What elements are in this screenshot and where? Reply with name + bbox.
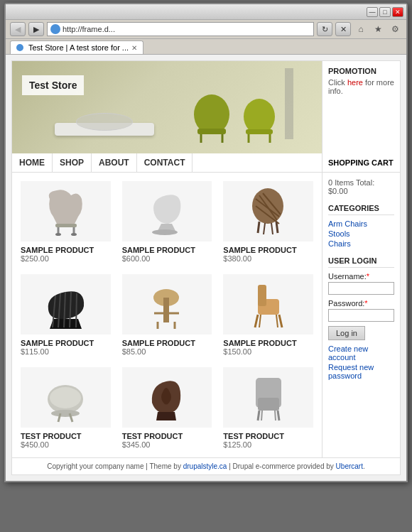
stop-icon: ✕ [340,25,347,34]
request-password-link[interactable]: Request new password [328,363,394,380]
svg-line-20 [276,222,278,233]
forward-button[interactable]: ▶ [28,22,44,36]
address-input[interactable]: http://frame.d... [47,22,314,36]
footer-link-drupalstyle[interactable]: drupalstyle.ca [183,462,227,470]
product-item: SAMPLE PRODUCT $380.00 [223,181,313,263]
username-input[interactable] [328,282,394,295]
chair-image-9 [245,371,291,424]
maximize-button[interactable]: □ [379,7,391,17]
product-name-4: SAMPLE PRODUCT [21,339,111,347]
footer-text-2: | Drupal e-commerce provided by [227,462,335,470]
product-name-7: TEST PRODUCT [21,432,111,440]
svg-point-0 [194,94,229,134]
home-icon: ⌂ [358,24,363,34]
shopping-cart-nav[interactable]: SHOPPING CART [322,153,400,172]
product-name-3: SAMPLE PRODUCT [223,246,313,254]
url-display: http://frame.d... [63,25,115,33]
promo-text-before: Click [328,78,347,87]
product-image-2[interactable] [122,181,212,241]
svg-point-4 [244,99,275,134]
site-content: Test Store PROMOTION Click here for more… [6,55,406,481]
chair-image-8 [143,371,190,424]
password-label: Password:* [328,299,394,308]
fire-decoration [76,113,133,131]
tab-bar: Test Store | A test store for ... ✕ [6,39,406,55]
username-required: * [367,272,369,281]
footer-text-1: Copyright your company name | Theme by [47,462,183,470]
product-image-3[interactable] [223,181,313,241]
close-button[interactable]: ✕ [392,7,403,17]
nav-item-shop[interactable]: SHOP [53,153,92,172]
back-button[interactable]: ◀ [10,22,26,36]
product-image-4[interactable] [21,274,111,335]
nav-item-home[interactable]: HOME [12,153,53,172]
home-button[interactable]: ⌂ [354,23,368,35]
product-image-8[interactable] [122,367,212,428]
svg-rect-29 [163,298,169,322]
product-image-7[interactable] [21,367,111,428]
footer-link-ubercart[interactable]: Ubercart [336,462,363,470]
plant-silhouette [285,68,293,139]
refresh-icon: ↻ [322,25,328,34]
chairs-decoration [190,89,279,146]
product-item: SAMPLE PRODUCT $250.00 [21,181,111,263]
product-price-2: $600.00 [122,254,212,263]
login-button[interactable]: Log in [328,326,365,340]
product-price-8: $345.00 [122,440,212,449]
svg-line-22 [271,223,273,234]
password-input[interactable] [328,309,394,322]
minimize-button[interactable]: — [367,7,378,17]
sidebar: 0 Items Total: $0.00 CATEGORIES Arm Chai… [322,173,400,457]
product-image-6[interactable] [223,274,313,335]
main-navigation: HOME SHOP ABOUT CONTACT SHOPPING CART [12,153,400,173]
product-image-1[interactable] [21,181,111,241]
product-item: TEST PRODUCT $125.00 [223,367,313,449]
product-name-5: SAMPLE PRODUCT [122,339,212,347]
chair-image-4 [43,278,89,331]
svg-point-12 [71,233,77,236]
top-area: Test Store PROMOTION Click here for more… [12,61,400,153]
title-bar-buttons: — □ ✕ [367,7,403,17]
gear-icon: ⚙ [391,24,399,34]
product-image-9[interactable] [223,367,313,428]
product-name-6: SAMPLE PRODUCT [223,339,313,347]
chair-image-7 [43,371,89,424]
categories-title: CATEGORIES [328,204,394,215]
settings-button[interactable]: ⚙ [388,23,402,35]
user-login-section: USER LOGIN Username:* Password:* Log in … [328,256,394,380]
chair-image-2 [143,185,190,238]
refresh-button[interactable]: ↻ [317,22,332,36]
tab-close-icon[interactable]: ✕ [131,44,137,52]
product-price-5: $85.00 [122,347,212,356]
product-image-5[interactable] [122,274,212,335]
product-item: TEST PRODUCT $450.00 [21,367,111,449]
browser-window: — □ ✕ ◀ ▶ http://frame.d... ↻ ✕ ⌂ ★ ⚙ [4,3,408,482]
category-link-chairs[interactable]: Chairs [328,239,394,248]
favorites-button[interactable]: ★ [371,23,385,35]
product-grid: SAMPLE PRODUCT $250.00 [21,181,313,449]
svg-rect-45 [258,398,279,411]
title-bar: — □ ✕ [6,4,406,20]
svg-line-37 [259,315,261,327]
stop-button[interactable]: ✕ [335,22,351,36]
svg-line-47 [278,411,279,420]
chair-image-3 [245,185,291,238]
nav-item-about[interactable]: ABOUT [92,153,137,172]
svg-point-11 [55,233,61,236]
promotion-text: Click here for more info. [328,78,394,95]
product-name-1: SAMPLE PRODUCT [21,246,111,254]
category-link-stools[interactable]: Stools [328,229,394,238]
nav-items-container: HOME SHOP ABOUT CONTACT [12,153,322,172]
svg-line-35 [255,315,258,327]
product-price-9: $125.00 [223,440,313,449]
create-account-link[interactable]: Create new account [328,344,394,362]
product-item: SAMPLE PRODUCT $150.00 [223,274,313,356]
tab-active[interactable]: Test Store | A test store for ... ✕ [10,40,143,54]
promo-link[interactable]: here [347,78,363,87]
category-link-armchairs[interactable]: Arm Chairs [328,219,394,228]
store-title-text: Test Store [29,80,77,91]
nav-item-contact[interactable]: CONTACT [137,153,193,172]
svg-point-40 [50,387,81,408]
chair-image-6 [245,278,291,331]
cart-info: 0 Items Total: $0.00 [328,178,394,195]
